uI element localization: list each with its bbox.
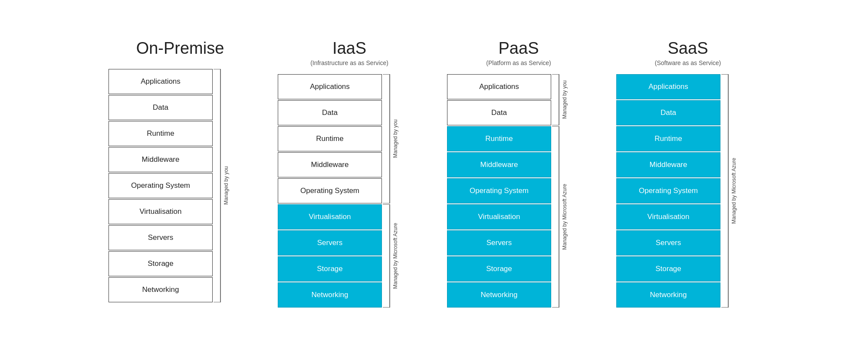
subtitle-paas: (Platform as as Service) xyxy=(486,59,551,66)
layer-paas-8: Networking xyxy=(447,282,551,308)
main-container: On-PremiseApplicationsDataRuntimeMiddlew… xyxy=(0,30,868,317)
bracket-label-paas-1: Managed by Microsoft Azure xyxy=(562,126,568,308)
layer-saas-7: Storage xyxy=(616,256,720,282)
column-saas: SaaS(Software as as Service)Applications… xyxy=(616,39,760,308)
layer-on-premise-4: Operating System xyxy=(108,173,213,198)
bracket-paas-1: Managed by Microsoft Azure xyxy=(551,126,568,308)
layer-iaas-3: Middleware xyxy=(278,152,382,177)
column-iaas: IaaS(Infrastructure as as Service)Applic… xyxy=(278,39,421,308)
layer-on-premise-8: Networking xyxy=(108,277,213,302)
stack-saas: ApplicationsDataRuntimeMiddlewareOperati… xyxy=(616,74,720,308)
stack-iaas: ApplicationsDataRuntimeMiddlewareOperati… xyxy=(278,74,382,308)
layer-iaas-2: Runtime xyxy=(278,126,382,151)
bracket-iaas-1: Managed by Microsoft Azure xyxy=(382,204,398,308)
layer-on-premise-2: Runtime xyxy=(108,121,213,146)
layer-saas-6: Servers xyxy=(616,230,720,255)
layer-paas-3: Middleware xyxy=(447,152,551,177)
layer-on-premise-7: Storage xyxy=(108,251,213,276)
layer-paas-5: Virtualisation xyxy=(447,204,551,229)
subtitle-iaas: (Infrastructure as as Service) xyxy=(310,59,388,66)
bracket-iaas-0: Managed by you xyxy=(382,74,398,203)
layer-paas-4: Operating System xyxy=(447,178,551,203)
layer-saas-5: Virtualisation xyxy=(616,204,720,229)
layer-paas-2: Runtime xyxy=(447,126,551,151)
layer-on-premise-1: Data xyxy=(108,95,213,120)
layer-on-premise-5: Virtualisation xyxy=(108,199,213,224)
stack-paas: ApplicationsDataRuntimeMiddlewareOperati… xyxy=(447,74,551,308)
title-on-premise: On-Premise xyxy=(136,39,224,58)
layer-saas-2: Runtime xyxy=(616,126,720,151)
bracket-label-saas-0: Managed by Microsoft Azure xyxy=(731,74,737,308)
layer-saas-1: Data xyxy=(616,100,720,125)
column-paas: PaaS(Platform as as Service)Applications… xyxy=(447,39,590,308)
layer-iaas-5: Virtualisation xyxy=(278,204,382,229)
layer-paas-1: Data xyxy=(447,100,551,125)
bracket-label-on-premise-0: Managed by you xyxy=(223,69,229,302)
layer-iaas-1: Data xyxy=(278,100,382,125)
column-on-premise: On-PremiseApplicationsDataRuntimeMiddlew… xyxy=(108,39,252,303)
layer-saas-0: Applications xyxy=(616,74,720,99)
bracket-label-paas-0: Managed by you xyxy=(562,74,568,125)
bracket-label-iaas-0: Managed by you xyxy=(392,74,398,203)
layer-saas-8: Networking xyxy=(616,282,720,308)
layer-on-premise-3: Middleware xyxy=(108,147,213,172)
layer-iaas-4: Operating System xyxy=(278,178,382,203)
layer-on-premise-0: Applications xyxy=(108,69,213,94)
layer-paas-6: Servers xyxy=(447,230,551,255)
stack-on-premise: ApplicationsDataRuntimeMiddlewareOperati… xyxy=(108,69,213,303)
title-iaas: IaaS xyxy=(332,39,366,58)
title-paas: PaaS xyxy=(499,39,539,58)
layer-iaas-7: Storage xyxy=(278,256,382,282)
bracket-label-iaas-1: Managed by Microsoft Azure xyxy=(392,204,398,308)
layer-paas-7: Storage xyxy=(447,256,551,282)
layer-iaas-0: Applications xyxy=(278,74,382,99)
layer-iaas-6: Servers xyxy=(278,230,382,255)
layer-on-premise-6: Servers xyxy=(108,225,213,250)
bracket-paas-0: Managed by you xyxy=(551,74,568,125)
title-saas: SaaS xyxy=(668,39,708,58)
bracket-saas-0: Managed by Microsoft Azure xyxy=(720,74,737,308)
layer-iaas-8: Networking xyxy=(278,282,382,308)
layer-paas-0: Applications xyxy=(447,74,551,99)
layer-saas-3: Middleware xyxy=(616,152,720,177)
bracket-on-premise-0: Managed by you xyxy=(213,69,229,302)
subtitle-saas: (Software as as Service) xyxy=(655,59,721,66)
layer-saas-4: Operating System xyxy=(616,178,720,203)
